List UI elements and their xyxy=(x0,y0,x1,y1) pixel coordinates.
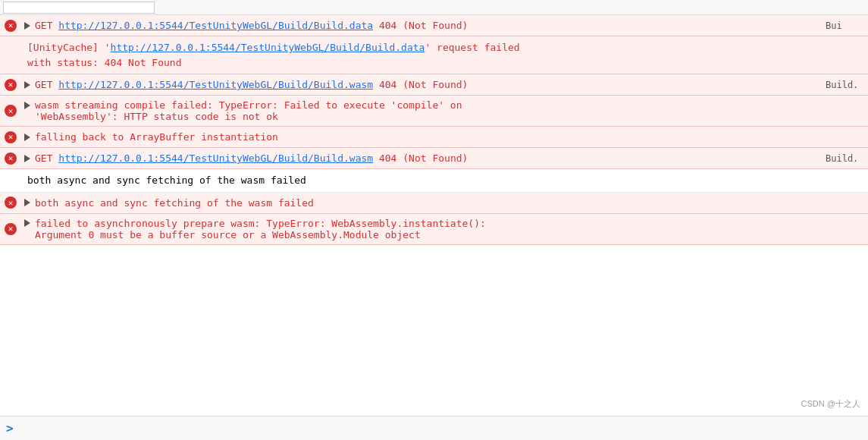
row4-content: falling back to ArrayBuffer instantiatio… xyxy=(21,127,868,147)
bottom-bar: > xyxy=(0,416,868,440)
row6-content: both async and sync fetching of the wasm… xyxy=(21,193,868,213)
row7-content: failed to asynchronously prepare wasm: T… xyxy=(21,214,868,244)
error-circle-5: ✕ xyxy=(5,152,17,165)
error-icon-4: ✕ xyxy=(0,127,21,147)
row6-text: both async and sync fetching of the wasm… xyxy=(35,197,314,209)
error-icon-6: ✕ xyxy=(0,193,21,213)
error-circle-7: ✕ xyxy=(5,223,17,235)
row3-content: wasm streaming compile failed: TypeError… xyxy=(21,96,868,126)
watermark: CSDN @十之人 xyxy=(801,398,860,410)
row5-expanded: both async and sync fetching of the wasm… xyxy=(0,169,868,193)
expand-triangle-1[interactable] xyxy=(24,22,30,30)
error-icon-1: ✕ xyxy=(0,15,21,36)
row7-text2: Argument 0 must be a buffer source or a … xyxy=(35,229,421,240)
row5-get: GET xyxy=(35,152,58,164)
expand-triangle-4[interactable] xyxy=(24,134,30,141)
row1-status: 404 (Not Found) xyxy=(373,20,468,31)
row5-status: 404 (Not Found) xyxy=(373,152,468,164)
row3-text1: wasm streaming compile failed: TypeError… xyxy=(35,99,462,111)
row4-text: falling back to ArrayBuffer instantiatio… xyxy=(35,131,278,143)
error-icon-2: ✕ xyxy=(0,74,21,95)
error-row-2: ✕ GET http://127.0.0.1:5544/TestUnityWeb… xyxy=(0,74,868,96)
console-container: ✕ GET http://127.0.0.1:5544/TestUnityWeb… xyxy=(0,0,868,440)
expand-triangle-2[interactable] xyxy=(24,81,30,89)
row2-get: GET xyxy=(35,79,58,90)
row1-detail-text2: with status: 404 Not Found xyxy=(27,57,182,68)
row1-get: GET xyxy=(35,20,58,31)
error-row-6: ✕ both async and sync fetching of the wa… xyxy=(0,193,868,214)
row5-url[interactable]: http://127.0.0.1:5544/TestUnityWebGL/Bui… xyxy=(58,152,373,164)
error-icon-3: ✕ xyxy=(0,96,21,126)
row5-right: Build. xyxy=(823,148,868,168)
expand-triangle-3[interactable] xyxy=(24,102,30,109)
error-circle-4: ✕ xyxy=(5,131,17,143)
row1-content: GET http://127.0.0.1:5544/TestUnityWebGL… xyxy=(21,15,823,36)
error-icon-5: ✕ xyxy=(0,148,21,168)
error-circle-1: ✕ xyxy=(5,20,17,32)
row7-text1: failed to asynchronously prepare wasm: T… xyxy=(35,218,486,229)
row1-source: Bui xyxy=(826,20,842,31)
row1-detail-link[interactable]: [UnityCache] 'http://127.0.0.1:5544/Test… xyxy=(27,42,520,53)
error-circle-3: ✕ xyxy=(5,105,17,117)
error-row-7: ✕ failed to asynchronously prepare wasm:… xyxy=(0,214,868,245)
error-row-5: ✕ GET http://127.0.0.1:5544/TestUnityWeb… xyxy=(0,148,868,169)
error-row-4: ✕ falling back to ArrayBuffer instantiat… xyxy=(0,127,868,148)
row5-detail-text: both async and sync fetching of the wasm… xyxy=(27,174,306,186)
expand-triangle-7[interactable] xyxy=(24,219,30,227)
expand-triangle-6[interactable] xyxy=(24,199,30,206)
row1-expanded: [UnityCache] 'http://127.0.0.1:5544/Test… xyxy=(0,36,868,74)
error-circle-6: ✕ xyxy=(5,196,17,209)
expand-triangle-5[interactable] xyxy=(24,155,30,162)
row5-content: GET http://127.0.0.1:5544/TestUnityWebGL… xyxy=(21,148,823,168)
top-scrollbar-area xyxy=(0,0,868,15)
row2-url[interactable]: http://127.0.0.1:5544/TestUnityWebGL/Bui… xyxy=(58,79,373,90)
row1-url[interactable]: http://127.0.0.1:5544/TestUnityWebGL/Bui… xyxy=(58,20,373,31)
row2-right: Build. xyxy=(823,74,868,95)
error-circle-2: ✕ xyxy=(5,79,17,91)
console-prompt[interactable]: > xyxy=(6,421,14,435)
row2-content: GET http://127.0.0.1:5544/TestUnityWebGL… xyxy=(21,74,823,95)
row2-status: 404 (Not Found) xyxy=(373,79,468,90)
error-icon-7: ✕ xyxy=(0,214,21,244)
error-row-1: ✕ GET http://127.0.0.1:5544/TestUnityWeb… xyxy=(0,15,868,36)
row1-right: Bui xyxy=(823,15,868,36)
row2-source: Build. xyxy=(826,80,858,90)
row3-text2: 'WebAssembly': HTTP status code is not o… xyxy=(35,111,278,122)
filter-input[interactable] xyxy=(3,2,155,14)
row5-source: Build. xyxy=(826,153,858,164)
error-row-3: ✕ wasm streaming compile failed: TypeErr… xyxy=(0,96,868,127)
